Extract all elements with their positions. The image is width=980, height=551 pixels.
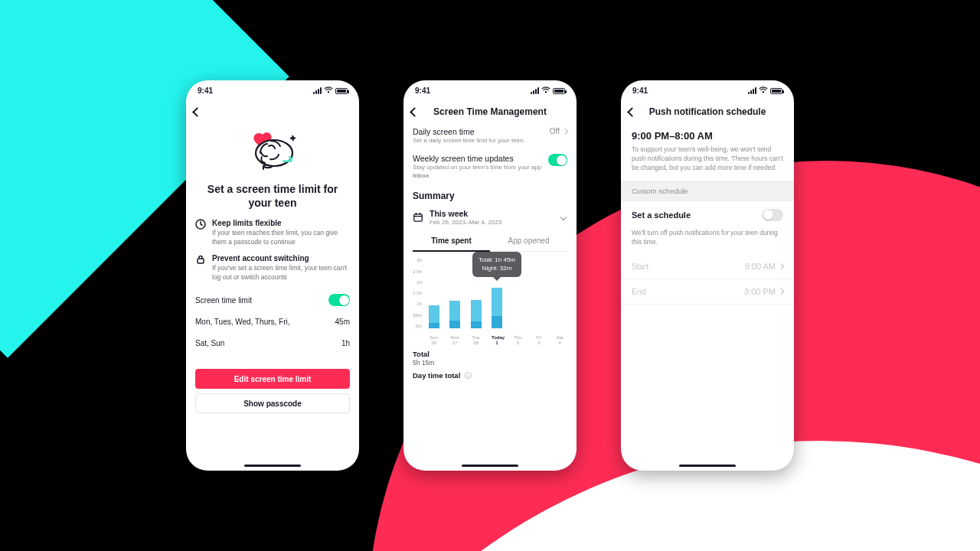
start-time-row[interactable]: Start 9:00 AM xyxy=(621,254,794,279)
feature-title: Keep limits flexible xyxy=(212,219,350,227)
cell-signal-icon xyxy=(313,87,322,94)
bar-3[interactable] xyxy=(492,288,502,329)
row-label: Set a schedule xyxy=(632,210,691,220)
phone-screen-time-limit: 9:41 xyxy=(186,80,359,471)
schedule-desc: To support your teen's well-being, we wo… xyxy=(632,145,783,173)
day-time-total: Day time total i xyxy=(413,371,567,380)
nav-title: Push notification schedule xyxy=(621,106,794,117)
custom-schedule-header: Custom schedule xyxy=(621,181,794,201)
bar-0[interactable] xyxy=(429,305,439,329)
clock-icon xyxy=(195,219,206,230)
edit-limit-button[interactable]: Edit screen time limit xyxy=(195,369,350,389)
svg-rect-3 xyxy=(414,214,422,221)
status-icons xyxy=(748,86,782,95)
setting-label: Screen time limit xyxy=(195,296,252,305)
chevron-right-icon xyxy=(778,263,784,269)
row-label: Daily screen time xyxy=(413,127,525,136)
wifi-icon xyxy=(759,86,768,95)
chevron-down-icon xyxy=(560,214,567,220)
x-label: Mon27 xyxy=(449,335,460,346)
page-title: Set a screen time limit for your teen xyxy=(195,182,350,210)
row-value: 3:00 PM xyxy=(744,287,776,296)
chart-x-axis: Sun26Mon27Tue28Today1Thu2Fri3Sat4 xyxy=(423,335,570,346)
weekly-updates-toggle[interactable] xyxy=(548,154,567,166)
daily-screen-time-row[interactable]: Daily screen time Set a daily screen tim… xyxy=(413,127,567,145)
row-label: End xyxy=(632,287,646,296)
row-label: Start xyxy=(632,262,648,271)
info-icon[interactable]: i xyxy=(465,372,472,379)
week-picker-range: Feb 26, 2023–Mar 4, 2023 xyxy=(430,219,555,226)
end-time-row[interactable]: End 3:00 PM xyxy=(621,279,794,305)
status-time: 9:41 xyxy=(415,86,430,95)
navbar xyxy=(186,101,359,122)
feature-title: Prevent account switching xyxy=(212,254,350,262)
row-label: Weekly screen time updates xyxy=(413,154,548,163)
bar-1[interactable] xyxy=(449,301,460,328)
screen-time-toggle[interactable] xyxy=(328,294,350,306)
weekday-limit-row[interactable]: Mon, Tues, Wed, Thurs, Fri, 45m xyxy=(195,311,350,332)
tab-time-spent[interactable]: Time spent xyxy=(413,236,490,252)
days-value: 45m xyxy=(335,318,350,326)
bar-2[interactable] xyxy=(471,300,482,328)
status-icons xyxy=(531,86,565,95)
row-value: Off xyxy=(550,127,560,135)
total-value: 5h 15m xyxy=(413,359,567,367)
set-schedule-row: Set a schedule xyxy=(621,201,794,229)
x-label: Sat4 xyxy=(554,335,565,346)
x-label: Sun26 xyxy=(429,335,439,346)
cell-signal-icon xyxy=(531,87,539,94)
feature-prevent-switch: Prevent account switching If you've set … xyxy=(195,254,350,282)
weekly-updates-row: Weekly screen time updates Stay updated … xyxy=(413,154,567,180)
nav-title: Screen Time Management xyxy=(403,106,577,117)
status-bar: 9:41 xyxy=(403,80,577,101)
navbar: Push notification schedule xyxy=(621,101,794,122)
wifi-icon xyxy=(541,86,550,95)
feature-body: If your teen reaches their limit, you ca… xyxy=(212,229,350,246)
home-indicator[interactable] xyxy=(244,465,301,468)
x-label: Tue28 xyxy=(471,335,482,346)
navbar: Screen Time Management xyxy=(403,101,577,122)
set-schedule-desc: We'll turn off push notifications for yo… xyxy=(621,229,794,255)
x-label: Thu2 xyxy=(512,335,523,346)
summary-tabs: Time spent App opened xyxy=(413,236,567,252)
wifi-icon xyxy=(324,86,333,95)
week-picker-title: This week xyxy=(430,209,555,218)
chart-y-labels: 3h2.5h2h1.5h1h30m0m xyxy=(410,258,422,334)
weekend-limit-row[interactable]: Sat, Sun 1h xyxy=(195,332,350,354)
x-label: Today1 xyxy=(492,335,502,346)
chevron-right-icon xyxy=(562,128,568,134)
set-schedule-toggle[interactable] xyxy=(762,209,783,221)
show-passcode-button[interactable]: Show passcode xyxy=(195,393,350,413)
lock-icon xyxy=(195,254,206,265)
x-label: Fri3 xyxy=(534,335,544,346)
battery-icon xyxy=(335,88,348,94)
days-label: Sat, Sun xyxy=(195,339,224,347)
days-label: Mon, Tues, Wed, Thurs, Fri, xyxy=(195,318,290,326)
back-icon[interactable] xyxy=(192,107,202,117)
battery-icon xyxy=(553,88,565,94)
brain-heart-illustration xyxy=(195,126,350,174)
status-time: 9:41 xyxy=(198,86,213,95)
tab-app-opened[interactable]: App opened xyxy=(490,236,567,252)
feature-flexible: Keep limits flexible If your teen reache… xyxy=(195,219,350,246)
schedule-range: 9:00 PM–8:00 AM xyxy=(632,130,783,142)
days-value: 1h xyxy=(341,339,350,347)
screen-time-toggle-row: Screen time limit xyxy=(195,289,350,311)
row-value: 9:00 AM xyxy=(745,262,776,271)
status-bar: 9:41 xyxy=(621,80,794,101)
week-picker[interactable]: This week Feb 26, 2023–Mar 4, 2023 xyxy=(413,209,567,226)
battery-icon xyxy=(770,88,782,94)
status-time: 9:41 xyxy=(632,86,648,95)
home-indicator[interactable] xyxy=(462,465,518,468)
default-schedule-block: 9:00 PM–8:00 AM To support your teen's w… xyxy=(621,122,794,181)
row-desc: Stay updated on your teen's time from yo… xyxy=(413,164,548,180)
home-indicator[interactable] xyxy=(679,465,736,468)
three-phone-stage: 9:41 xyxy=(0,0,980,551)
phone-push-notification: 9:41 Push notification schedule 9:00 PM–… xyxy=(621,80,794,471)
status-bar: 9:41 xyxy=(186,80,359,101)
status-icons xyxy=(313,86,348,95)
calendar-icon xyxy=(413,212,423,223)
chart-bars xyxy=(423,258,570,328)
cell-signal-icon xyxy=(748,87,756,94)
summary-heading: Summary xyxy=(413,191,567,201)
